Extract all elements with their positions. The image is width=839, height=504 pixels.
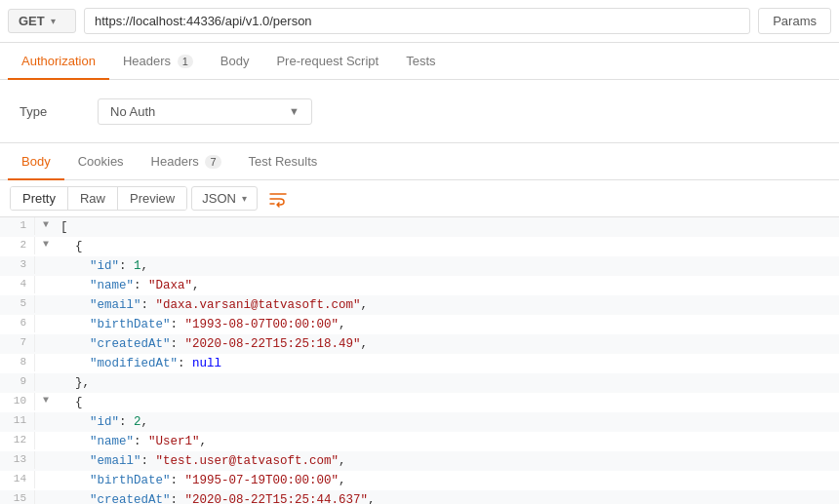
request-tabs: Authorization Headers 1 Body Pre-request…: [0, 43, 839, 80]
json-line: 9 },: [0, 373, 839, 393]
line-number: 10: [0, 393, 35, 410]
json-content: "name": "Daxa",: [57, 276, 839, 295]
json-content: [: [57, 217, 839, 237]
json-content: "createdAt": "2020-08-22T15:25:18.49",: [57, 334, 839, 354]
toggle-icon[interactable]: ▼: [43, 393, 55, 408]
url-input[interactable]: [84, 8, 750, 34]
tab-cookies[interactable]: Cookies: [64, 144, 138, 180]
json-content: "name": "User1",: [57, 432, 839, 451]
json-line: 2▼ {: [0, 237, 839, 256]
pretty-button[interactable]: Pretty: [11, 187, 68, 210]
auth-section: Type No Auth ▼: [0, 80, 839, 143]
json-line: 8 "modifiedAt": null: [0, 354, 839, 373]
json-line: 11 "id": 2,: [0, 412, 839, 432]
json-content: "modifiedAt": null: [57, 354, 839, 373]
json-content: {: [57, 237, 839, 256]
tab-tests[interactable]: Tests: [392, 44, 449, 80]
json-line: 4 "name": "Daxa",: [0, 276, 839, 295]
json-line: 3 "id": 1,: [0, 256, 839, 276]
tab-pre-request-script[interactable]: Pre-request Script: [262, 44, 392, 80]
json-content: "id": 1,: [57, 256, 839, 276]
line-number: 1: [0, 217, 35, 235]
line-number: 5: [0, 295, 35, 313]
line-number: 8: [0, 354, 35, 371]
tab-test-results[interactable]: Test Results: [235, 144, 332, 180]
line-number: 7: [0, 334, 35, 352]
json-content: "birthDate": "1995-07-19T00:00:00",: [57, 471, 839, 490]
headers-badge: 1: [178, 55, 193, 68]
line-number: 14: [0, 471, 35, 488]
line-number: 6: [0, 315, 35, 332]
json-content: },: [57, 373, 839, 393]
tab-response-body[interactable]: Body: [8, 144, 64, 180]
json-format-select[interactable]: JSON ▾: [191, 186, 258, 211]
line-number: 9: [0, 373, 35, 391]
json-line: 1▼[: [0, 217, 839, 237]
json-line: 13 "email": "test.user@tatvasoft.com",: [0, 451, 839, 471]
auth-type-select[interactable]: No Auth ▼: [98, 98, 312, 125]
auth-type-label: Type: [20, 104, 78, 119]
method-selector[interactable]: GET ▾: [8, 9, 76, 33]
json-line: 6 "birthDate": "1993-08-07T00:00:00",: [0, 315, 839, 334]
auth-chevron-icon: ▼: [289, 105, 300, 117]
json-line: 14 "birthDate": "1995-07-19T00:00:00",: [0, 471, 839, 490]
response-tabs: Body Cookies Headers 7 Test Results: [0, 143, 839, 180]
line-number: 11: [0, 412, 35, 430]
tab-authorization[interactable]: Authorization: [8, 44, 109, 80]
line-number: 2: [0, 237, 35, 254]
line-number: 4: [0, 276, 35, 293]
json-line: 15 "createdAt": "2020-08-22T15:25:44.637…: [0, 490, 839, 504]
format-bar: Pretty Raw Preview JSON ▾: [0, 180, 839, 217]
tab-headers[interactable]: Headers 1: [109, 44, 207, 80]
json-content: "createdAt": "2020-08-22T15:25:44.637",: [57, 490, 839, 504]
preview-button[interactable]: Preview: [118, 187, 186, 210]
toggle-icon[interactable]: ▼: [43, 217, 55, 233]
wrap-icon[interactable]: [267, 188, 289, 210]
line-number: 3: [0, 256, 35, 274]
json-line: 5 "email": "daxa.varsani@tatvasoft.com",: [0, 295, 839, 315]
method-chevron-icon: ▾: [51, 16, 56, 26]
line-number: 12: [0, 432, 35, 449]
tab-body[interactable]: Body: [207, 44, 263, 80]
json-viewer: 1▼[2▼ {3 "id": 1,4 "name": "Daxa",5 "ema…: [0, 217, 839, 504]
tab-response-headers[interactable]: Headers 7: [138, 144, 235, 180]
json-line: 7 "createdAt": "2020-08-22T15:25:18.49",: [0, 334, 839, 354]
line-number: 15: [0, 490, 35, 504]
line-number: 13: [0, 451, 35, 469]
params-button[interactable]: Params: [758, 8, 831, 34]
json-content: "email": "test.user@tatvasoft.com",: [57, 451, 839, 471]
toggle-icon[interactable]: ▼: [43, 237, 55, 252]
method-label: GET: [19, 14, 45, 28]
json-content: {: [57, 393, 839, 412]
json-content: "email": "daxa.varsani@tatvasoft.com",: [57, 295, 839, 315]
response-headers-badge: 7: [205, 155, 220, 169]
format-group: Pretty Raw Preview: [10, 186, 187, 211]
top-bar: GET ▾ Params: [0, 0, 839, 43]
json-line: 12 "name": "User1",: [0, 432, 839, 451]
json-line: 10▼ {: [0, 393, 839, 412]
json-content: "birthDate": "1993-08-07T00:00:00",: [57, 315, 839, 334]
json-chevron-icon: ▾: [242, 193, 247, 204]
auth-type-value: No Auth: [110, 104, 289, 119]
json-content: "id": 2,: [57, 412, 839, 432]
json-format-value: JSON: [202, 191, 236, 206]
raw-button[interactable]: Raw: [68, 187, 118, 210]
